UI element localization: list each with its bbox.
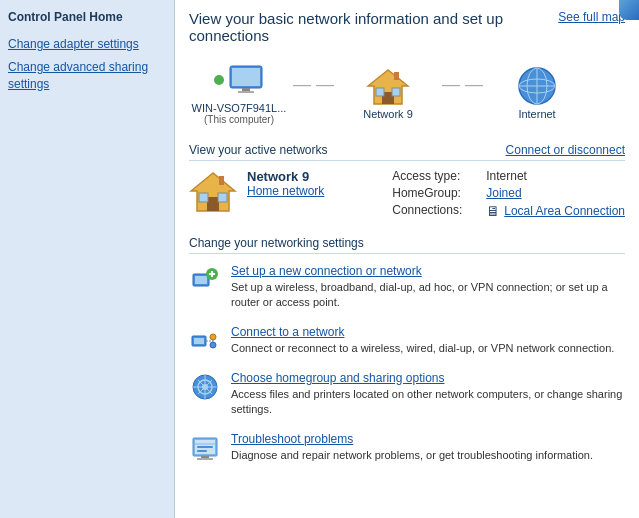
setting-item-new-connection: Set up a new connection or network Set u… xyxy=(189,264,625,311)
new-connection-icon xyxy=(189,264,221,296)
homegroup-svg xyxy=(191,373,219,401)
svg-rect-16 xyxy=(199,193,208,202)
svg-rect-6 xyxy=(376,88,384,96)
active-networks-title: View your active networks xyxy=(189,143,328,157)
connections-value[interactable]: Local Area Connection xyxy=(504,204,625,218)
connect-disconnect-link[interactable]: Connect or disconnect xyxy=(506,143,625,157)
active-network-name: Network 9 xyxy=(247,169,382,184)
svg-rect-25 xyxy=(194,338,204,344)
homegroup-row: HomeGroup: Joined xyxy=(392,186,625,200)
svg-rect-3 xyxy=(238,91,254,93)
sidebar-link-advanced-sharing[interactable]: Change advanced sharingsettings xyxy=(8,59,166,93)
troubleshoot-content: Troubleshoot problems Diagnose and repai… xyxy=(231,432,593,463)
network-type-link[interactable]: Home network xyxy=(247,184,324,198)
house-icon xyxy=(364,66,412,106)
house-svg xyxy=(366,66,410,106)
homegroup-content: Choose homegroup and sharing options Acc… xyxy=(231,371,625,418)
connect-network-link[interactable]: Connect to a network xyxy=(231,325,614,339)
network-house-svg xyxy=(189,169,237,213)
svg-rect-20 xyxy=(195,276,207,284)
connect-network-svg xyxy=(191,327,219,355)
svg-rect-1 xyxy=(232,68,260,86)
diagram-network-name: Network 9 xyxy=(363,108,413,120)
new-connection-svg xyxy=(191,266,219,294)
globe-icon xyxy=(513,66,561,106)
svg-rect-43 xyxy=(197,458,213,460)
arrow-1: — — xyxy=(293,74,334,95)
connect-network-desc: Connect or reconnect to a wireless, wire… xyxy=(231,342,614,354)
connection-with-icon: 🖥 Local Area Connection xyxy=(486,203,625,219)
sidebar: Control Panel Home Change adapter settin… xyxy=(0,0,175,518)
arrow-2: — — xyxy=(442,74,483,95)
homegroup-label: HomeGroup: xyxy=(392,186,482,200)
homegroup-value[interactable]: Joined xyxy=(486,186,521,200)
homegroup-link[interactable]: Choose homegroup and sharing options xyxy=(231,371,625,385)
main-title-bar: View your basic network information and … xyxy=(189,10,625,44)
access-type-row: Access type: Internet xyxy=(392,169,625,183)
new-connection-content: Set up a new connection or network Set u… xyxy=(231,264,625,311)
sidebar-link-adapter[interactable]: Change adapter settings xyxy=(8,36,166,53)
network-card: Network 9 Home network Access type: Inte… xyxy=(189,169,625,222)
svg-rect-2 xyxy=(242,88,250,91)
svg-rect-40 xyxy=(197,446,213,448)
globe-svg xyxy=(516,66,558,106)
main-content: View your basic network information and … xyxy=(175,0,639,518)
svg-rect-7 xyxy=(392,88,400,96)
connect-network-content: Connect to a network Connect or reconnec… xyxy=(231,325,614,356)
connect-network-icon xyxy=(189,325,221,357)
network-house-icon xyxy=(189,169,237,222)
diagram-internet-name: Internet xyxy=(518,108,555,120)
status-dot xyxy=(214,75,224,85)
troubleshoot-svg xyxy=(191,434,219,462)
homegroup-icon xyxy=(189,371,221,403)
svg-rect-18 xyxy=(219,176,224,185)
diagram-computer-sublabel: (This computer) xyxy=(204,114,274,125)
svg-rect-17 xyxy=(218,193,227,202)
svg-point-26 xyxy=(210,334,216,340)
computer-icon xyxy=(215,60,263,100)
troubleshoot-desc: Diagnose and repair network problems, or… xyxy=(231,449,593,461)
active-networks-header: View your active networks Connect or dis… xyxy=(189,143,625,161)
svg-rect-15 xyxy=(207,197,219,211)
setting-item-connect-network: Connect to a network Connect or reconnec… xyxy=(189,325,625,357)
connections-row: Connections: 🖥 Local Area Connection xyxy=(392,203,625,219)
homegroup-desc: Access files and printers located on oth… xyxy=(231,388,622,415)
diagram-computer-name: WIN-VSO7F941L... xyxy=(192,102,287,114)
see-full-map-link[interactable]: See full map xyxy=(558,10,625,24)
sidebar-title: Control Panel Home xyxy=(8,10,166,24)
new-connection-link[interactable]: Set up a new connection or network xyxy=(231,264,625,278)
setting-item-troubleshoot: Troubleshoot problems Diagnose and repai… xyxy=(189,432,625,464)
network-name-area: Network 9 Home network xyxy=(247,169,382,198)
network-details: Access type: Internet HomeGroup: Joined … xyxy=(392,169,625,222)
change-settings-title: Change your networking settings xyxy=(189,236,625,254)
monitor-svg xyxy=(228,64,264,96)
svg-rect-42 xyxy=(201,456,209,458)
svg-point-28 xyxy=(210,342,216,348)
svg-rect-8 xyxy=(394,72,399,80)
new-connection-desc: Set up a wireless, broadband, dial-up, a… xyxy=(231,281,608,308)
diagram-internet: Internet xyxy=(487,66,587,120)
access-type-value: Internet xyxy=(486,169,527,183)
svg-rect-41 xyxy=(197,450,207,452)
page-title: View your basic network information and … xyxy=(189,10,548,44)
corner-decoration xyxy=(619,0,639,20)
diagram-network: Network 9 xyxy=(338,66,438,120)
diagram-computer: WIN-VSO7F941L... (This computer) xyxy=(189,60,289,125)
connections-label: Connections: xyxy=(392,203,482,219)
troubleshoot-link[interactable]: Troubleshoot problems xyxy=(231,432,593,446)
connection-icon: 🖥 xyxy=(486,203,500,219)
access-type-label: Access type: xyxy=(392,169,482,183)
setting-item-homegroup: Choose homegroup and sharing options Acc… xyxy=(189,371,625,418)
troubleshoot-icon xyxy=(189,432,221,464)
network-diagram: WIN-VSO7F941L... (This computer) — — xyxy=(189,54,625,131)
